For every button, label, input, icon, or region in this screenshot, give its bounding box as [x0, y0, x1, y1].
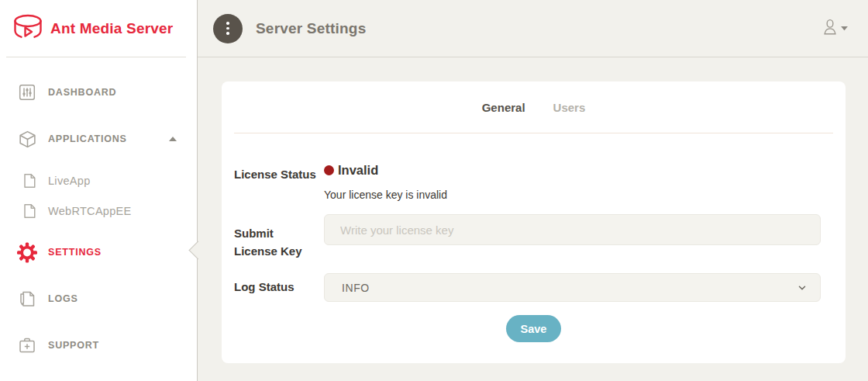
sidebar-item-dashboard[interactable]: DASHBOARD — [0, 77, 197, 108]
sidebar-item-webrtcappee[interactable]: WebRTCAppEE — [0, 196, 197, 227]
ant-media-logo-icon — [10, 12, 46, 45]
tab-general[interactable]: General — [482, 101, 525, 114]
top-bar: Server Settings — [198, 0, 868, 57]
user-menu[interactable] — [822, 18, 848, 40]
gear-icon — [17, 242, 37, 263]
user-icon — [822, 18, 839, 40]
file-icon — [22, 203, 37, 219]
sidebar-item-logs[interactable]: LOGS — [0, 283, 197, 314]
content-area: General Users License Status Invalid You… — [198, 57, 868, 381]
license-status-label: License Status — [234, 168, 316, 181]
sidebar-item-label: DASHBOARD — [48, 87, 116, 98]
sidebar-divider — [6, 57, 186, 57]
log-file-icon — [17, 289, 37, 308]
log-status-value: INFO — [342, 282, 370, 294]
sidebar-item-label: APPLICATIONS — [48, 133, 127, 144]
main-area: Server Settings General Users — [198, 0, 868, 381]
package-icon — [17, 130, 37, 149]
license-status-description: Your license key is invalid — [324, 189, 447, 201]
app-window: Ant Media Server DASHBOARD — [0, 0, 868, 381]
save-button[interactable]: Save — [506, 315, 562, 342]
save-row: Save — [222, 315, 846, 342]
first-aid-icon — [17, 336, 37, 355]
license-key-input[interactable] — [324, 214, 821, 245]
sidebar-item-applications[interactable]: APPLICATIONS — [0, 123, 197, 154]
sidebar: Ant Media Server DASHBOARD — [0, 0, 198, 381]
tabs-divider — [234, 133, 833, 133]
log-status-select[interactable]: INFO — [324, 273, 821, 302]
license-status-value: Invalid — [324, 163, 378, 178]
server-settings-card: General Users License Status Invalid You… — [222, 81, 846, 363]
sidebar-item-liveapp[interactable]: LiveApp — [0, 165, 197, 196]
brand-name: Ant Media Server — [50, 20, 173, 37]
menu-kebab-button[interactable] — [213, 14, 243, 43]
page-title: Server Settings — [256, 20, 366, 37]
license-key-label: Submit License Key — [234, 224, 319, 260]
brand-logo[interactable]: Ant Media Server — [0, 0, 197, 57]
sidebar-item-label: WebRTCAppEE — [48, 205, 132, 217]
sidebar-item-label: LiveApp — [48, 175, 91, 187]
chevron-down-icon — [841, 26, 848, 31]
sidebar-item-support[interactable]: SUPPORT — [0, 330, 197, 361]
sidebar-item-label: LOGS — [48, 293, 78, 304]
sidebar-item-label: SETTINGS — [48, 247, 102, 258]
log-status-label: Log Status — [234, 280, 294, 293]
status-dot-icon — [324, 165, 334, 175]
sidebar-item-settings[interactable]: SETTINGS — [0, 237, 197, 268]
chevron-down-icon — [797, 282, 808, 293]
file-icon — [22, 173, 37, 189]
tab-users[interactable]: Users — [553, 101, 586, 114]
sliders-icon — [17, 83, 37, 102]
settings-tabs: General Users — [222, 81, 846, 133]
sidebar-item-label: SUPPORT — [48, 340, 99, 351]
chevron-up-icon[interactable] — [169, 136, 177, 142]
